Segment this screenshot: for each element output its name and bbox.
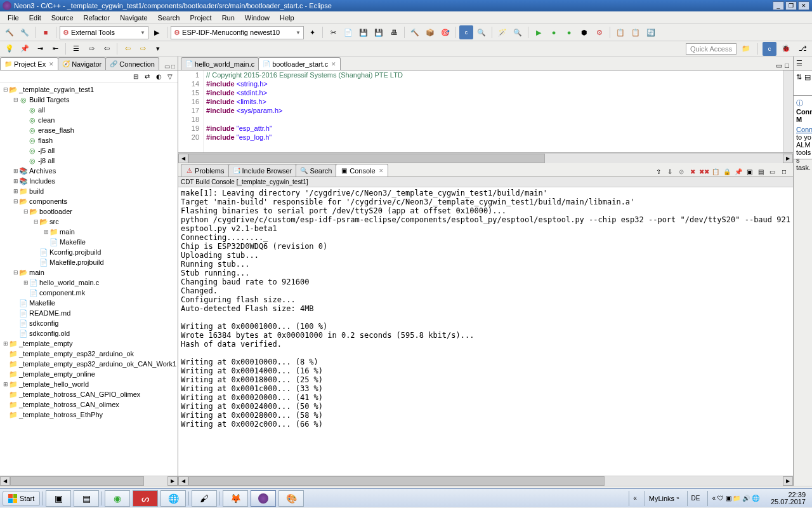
task-icon[interactable]: 📋 [629,25,643,39]
console-down-icon[interactable]: ⇩ [665,166,675,177]
view-minimize-icon[interactable]: ▭ [164,63,170,70]
sync-icon[interactable]: 🔄 [644,25,658,39]
code-area[interactable]: // Copyright 2015-2016 Espressif Systems… [204,70,793,152]
maximize-button[interactable]: ❐ [785,1,797,10]
run-icon[interactable]: ● [547,25,561,39]
perspective-cpp-icon[interactable]: c [763,42,776,56]
editor-tab-bootloader[interactable]: 📄bootloader_start.c✕ [258,57,341,70]
taskbar-app-6[interactable]: 🖌 [192,490,217,507]
pin-icon[interactable]: 📌 [18,42,32,56]
next-icon[interactable]: ⇨ [84,42,98,56]
editor-vscroll[interactable] [783,70,793,152]
focus-task-icon[interactable]: ◐ [154,72,164,82]
tab-navigator[interactable]: 🧭Navigator [58,57,106,70]
mylyn-connect-link[interactable]: Connect [796,126,812,133]
perspective-git-icon[interactable]: ⎇ [796,42,809,56]
console-up-icon[interactable]: ⇧ [653,166,664,177]
tab-search[interactable]: 🔍Search [296,164,336,177]
outline-tab[interactable]: ☰▭ □ [794,57,812,70]
dropdown-icon[interactable]: ▾ [151,42,165,56]
menu-help[interactable]: Help [275,13,299,23]
tree-component-mk[interactable]: component.mk [39,289,85,297]
external-tools-combo[interactable]: ⚙ External Tools▼ [60,26,148,39]
print-icon[interactable]: 🖶 [387,25,401,39]
tree-bootloader[interactable]: bootloader [39,208,72,215]
tree-project[interactable]: _template_hello_world [19,380,89,388]
taskbar-eclipse[interactable] [251,490,276,507]
tree-src[interactable]: src [49,218,59,225]
tree-target-all[interactable]: all [38,106,45,114]
new-config-icon[interactable]: ✦ [305,25,319,39]
tray-show-hidden[interactable]: « [629,491,641,506]
tree-project[interactable]: _template_empty_esp32_arduino_ok_CAN_Wor… [19,360,176,368]
menu-edit[interactable]: Edit [24,13,46,23]
tree-hello-c[interactable]: hello_world_main.c [39,279,99,286]
tree-project[interactable]: _template_empty [19,340,72,347]
new-icon[interactable]: 📄 [341,25,355,39]
tree-components[interactable]: components [29,197,67,205]
menu-search[interactable]: Search [153,13,185,23]
esp-config-combo[interactable]: ⚙ ESP-IDF-Menuconfig newest10▼ [171,26,304,39]
toggle-icon[interactable]: 💡 [3,42,16,56]
tab-connection[interactable]: 🔗Connection [105,57,159,70]
view-menu-icon[interactable]: ▽ [165,72,175,82]
tree-makefile2[interactable]: Makefile [29,299,55,307]
minimize-button[interactable]: _ [773,1,784,10]
editor-maximize-icon[interactable]: □ [785,62,789,70]
console-display-icon[interactable]: ▣ [745,166,755,177]
wrench-icon[interactable]: 🔧 [18,25,32,39]
console-lock-icon[interactable]: 🔒 [722,166,732,177]
save-icon[interactable]: 💾 [357,25,370,39]
tray-mylinks[interactable]: MyLinks » [645,491,683,506]
ext-tools-icon[interactable]: ⚙ [593,25,606,39]
outline-filter-icon[interactable]: ▤ [804,73,811,81]
menu-file[interactable]: File [3,13,24,23]
tab-console[interactable]: ▣Console✕ [336,164,388,177]
tree-hscroll[interactable]: ◀▶ [0,476,178,486]
console-min-icon[interactable]: ▭ [768,166,778,177]
profile-icon[interactable]: ● [562,25,576,39]
console-removeall-icon[interactable]: ✖✖ [699,166,709,177]
tree-target-j5[interactable]: -j5 all [38,147,55,154]
tree-root[interactable]: _template_cygwin_test1 [19,86,94,93]
tree-target-j8[interactable]: -j8 all [38,157,55,164]
quick-access-input[interactable]: Quick Access [686,43,737,55]
tree-makefile[interactable]: Makefile [60,238,86,246]
target-icon[interactable]: 🎯 [438,25,452,39]
taskbar-app-2[interactable]: ▤ [74,490,99,507]
run-ext-icon[interactable]: ▶ [150,25,164,39]
tray-clock[interactable]: 22:39 25.07.2017 [767,491,809,505]
tree-sdkconfig-old[interactable]: sdkconfig.old [29,330,70,337]
collapse-all-icon[interactable]: ⊟ [131,72,141,82]
taskbar-firefox[interactable]: 🦊 [223,490,248,507]
tree-project[interactable]: _template_hotross_EthPhy [19,411,103,418]
editor-hscroll[interactable]: ◀▶ [178,153,793,163]
tree-target-flash[interactable]: flash [38,137,53,144]
tree-target-erase[interactable]: erase_flash [38,126,74,134]
link-editor-icon[interactable]: ⇄ [142,72,152,82]
class-icon[interactable]: c [459,25,473,39]
console-pin-icon[interactable]: 📌 [733,166,743,177]
tab-project-explorer[interactable]: 📁Project Ex✕ [0,57,58,70]
menu-navigate[interactable]: Navigate [115,13,152,23]
prev-icon[interactable]: ⇦ [100,42,114,56]
build-icon[interactable]: 🔨 [408,25,422,39]
tab-problems[interactable]: ⚠Problems [181,164,228,177]
tab-include-browser[interactable]: 📑Include Browser [228,164,297,177]
perspective-resource-icon[interactable]: 📁 [739,42,753,56]
debug-icon[interactable]: ▶ [532,25,546,39]
close-button[interactable]: ✕ [798,1,809,10]
taskbar-app-4[interactable]: ᔕ [133,490,158,507]
console-output[interactable]: make[1]: Leaving directory '/cygdrive/c/… [178,187,793,476]
nav-list-icon[interactable]: ☰ [69,42,83,56]
tree-makefile-proj[interactable]: Makefile.projbuild [49,258,104,266]
tree-main-dir[interactable]: main [60,228,75,236]
taskbar-app-3[interactable]: ◉ [105,490,130,507]
start-button[interactable]: Start [3,491,40,506]
search-icon[interactable]: 🔍 [511,25,525,39]
tree-includes[interactable]: Includes [29,177,55,185]
console-open-icon[interactable]: ▤ [756,166,766,177]
editor-minimize-icon[interactable]: ▭ [776,62,782,70]
coverage-icon[interactable]: ⬢ [577,25,591,39]
back-icon[interactable]: ⇦ [121,42,134,56]
